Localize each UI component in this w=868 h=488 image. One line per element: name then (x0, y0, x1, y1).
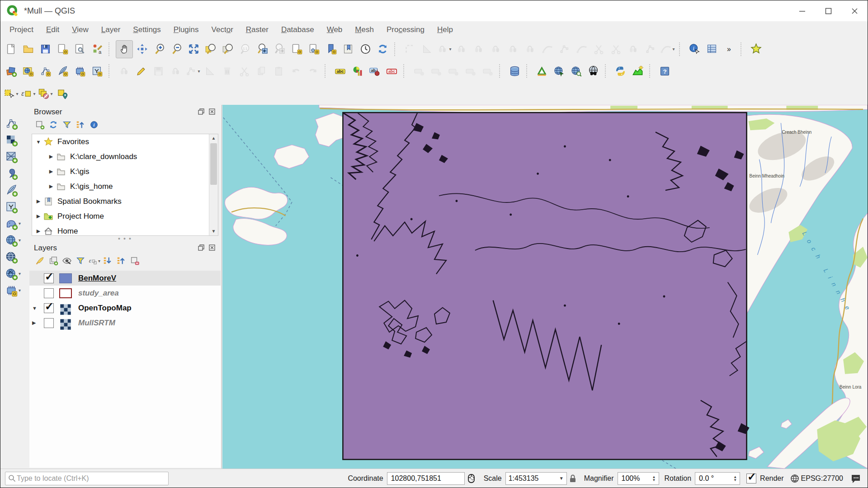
layers-float-button[interactable] (198, 244, 206, 252)
deselect-features-button[interactable]: ▾ (37, 85, 53, 102)
layer-row-study_area[interactable]: study_area (29, 286, 221, 300)
map-canvas[interactable]: Creach Bheinn Beinn Mheadhoin Loch Linnh… (222, 105, 868, 469)
panel-splitter[interactable]: ● ● ● (28, 238, 222, 241)
new-shapefile-layer-button[interactable] (37, 62, 53, 80)
add-vector-layer-button[interactable] (0, 115, 28, 131)
osm-place-search-button[interactable] (585, 62, 601, 80)
browser-item-home[interactable]: ▶Home (32, 224, 218, 236)
menu-vector[interactable]: Vector (205, 21, 240, 38)
layer-diagram-button[interactable] (349, 62, 365, 80)
maximize-button[interactable] (815, 0, 841, 21)
globe-search-plugin-button[interactable] (568, 62, 584, 80)
filter-by-expression-button[interactable]: ε▾ (87, 254, 101, 267)
style-manager-button[interactable]: a (89, 41, 105, 58)
new-geopackage-layer-button[interactable] (20, 62, 36, 80)
add-virtual-layer-button[interactable] (0, 198, 28, 215)
browser-properties-button[interactable]: i (87, 118, 101, 131)
remove-layer-button[interactable] (128, 254, 142, 267)
new-3d-map-view-button[interactable] (306, 41, 322, 58)
close-button[interactable] (841, 0, 868, 21)
new-map-view-button[interactable] (288, 41, 305, 58)
db-manager-button[interactable] (506, 62, 523, 80)
chevron-right-icon[interactable]: ▶ (47, 183, 56, 189)
menu-web[interactable]: Web (321, 21, 349, 38)
menu-project[interactable]: Project (3, 21, 40, 38)
dropdown-arrow-icon[interactable]: ▾ (50, 91, 52, 96)
layer-visibility-checkbox[interactable] (44, 288, 54, 298)
select-features-button[interactable]: ▾ (3, 85, 19, 102)
menu-mesh[interactable]: Mesh (349, 21, 380, 38)
identify-features-button[interactable]: i (686, 41, 703, 58)
layout-manager-button[interactable] (71, 41, 88, 58)
select-by-location-button[interactable] (54, 85, 71, 102)
toolbar-overflow-button[interactable]: » (721, 41, 737, 58)
scale-combo[interactable]: 1:453135 ▼ (505, 472, 567, 485)
scroll-up-arrow[interactable]: ▲ (209, 134, 218, 142)
dropdown-arrow-icon[interactable]: ▾ (19, 271, 21, 276)
chevron-right-icon[interactable]: ▶ (34, 213, 43, 219)
data-source-manager-button[interactable] (3, 62, 19, 80)
show-spatial-bookmarks-button[interactable] (340, 41, 356, 58)
browser-filter-button[interactable] (60, 118, 74, 131)
add-delimited-text-layer-button[interactable] (0, 165, 28, 182)
zoom-last-button[interactable] (254, 41, 270, 58)
chevron-right-icon[interactable]: ▶ (47, 154, 56, 160)
zoom-full-button[interactable] (185, 41, 202, 58)
menu-view[interactable]: View (66, 21, 95, 38)
magnifier-field[interactable]: ▲▼ (618, 472, 659, 485)
scroll-down-arrow[interactable]: ▼ (209, 227, 218, 235)
add-spatialite-layer-button[interactable] (0, 182, 28, 198)
dropdown-arrow-icon[interactable]: ▾ (672, 47, 675, 52)
menu-plugins[interactable]: Plugins (167, 21, 205, 38)
browser-item-project-home[interactable]: ▶Project Home (32, 209, 218, 224)
project-new-button[interactable] (3, 41, 19, 58)
lock-scale-icon[interactable] (569, 474, 577, 483)
add-group-button[interactable] (47, 254, 60, 267)
expand-all-button[interactable] (101, 254, 114, 267)
temporal-controller-button[interactable] (357, 41, 373, 58)
layer-row-mullsrtm[interactable]: ▶MullSRTM (29, 315, 221, 330)
new-spatial-bookmark-button[interactable] (323, 41, 339, 58)
menu-settings[interactable]: Settings (127, 21, 167, 38)
chevron-right-icon[interactable]: ▶ (34, 198, 43, 204)
render-checkbox[interactable]: ✓ (746, 474, 756, 483)
rotation-field[interactable]: ▲▼ (695, 472, 740, 485)
layer-labeling-button[interactable]: abc (332, 62, 348, 80)
locator-input[interactable] (16, 474, 165, 483)
zoom-out-button[interactable] (168, 41, 184, 58)
new-spatialite-layer-button[interactable] (54, 62, 71, 80)
add-postgis-layer-button[interactable]: ▾ (0, 215, 28, 232)
dropdown-arrow-icon[interactable]: ▾ (33, 91, 35, 96)
terrain-plugin-button[interactable] (629, 62, 646, 80)
browser-item-favorites[interactable]: ▼Favorites (32, 134, 218, 149)
pan-map-button[interactable] (116, 40, 133, 58)
browser-item-k-gis-home[interactable]: ▶K:\gis_home (32, 179, 218, 194)
zoom-to-selection-button[interactable] (203, 41, 219, 58)
manage-map-themes-button[interactable] (60, 254, 74, 267)
coordinate-input[interactable] (390, 474, 462, 483)
new-virtual-layer-button[interactable] (89, 62, 105, 80)
add-wcs-layer-button[interactable] (0, 249, 28, 265)
add-raster-layer-button[interactable] (0, 131, 28, 148)
select-by-expression-button[interactable]: ε▾ (20, 85, 36, 102)
scroll-thumb[interactable] (210, 143, 217, 185)
crs-globe-icon[interactable] (790, 474, 799, 483)
new-temporary-scratch-layer-button[interactable] (71, 62, 88, 80)
help-contents-button[interactable]: ? (656, 62, 673, 80)
chevron-down-icon[interactable]: ▼ (32, 305, 40, 311)
new-print-layout-button[interactable] (54, 41, 71, 58)
dropdown-arrow-icon[interactable]: ▾ (19, 238, 21, 243)
layer-visibility-checkbox[interactable]: ✓ (44, 303, 54, 313)
refresh-map-button[interactable] (374, 41, 391, 58)
browser-add-selected-layers-button[interactable] (33, 118, 47, 131)
menu-raster[interactable]: Raster (240, 21, 275, 38)
dropdown-arrow-icon[interactable]: ▾ (449, 47, 451, 52)
layer-visibility-checkbox[interactable]: ✓ (44, 273, 54, 283)
attributes-table-button[interactable] (703, 41, 720, 58)
layer-visibility-checkbox[interactable] (44, 318, 54, 328)
add-scratch-provider-button[interactable]: ▾ (0, 282, 28, 299)
coordinate-field[interactable] (387, 472, 465, 485)
dropdown-arrow-icon[interactable]: ▾ (198, 69, 200, 74)
layer-row-benmorev[interactable]: ✓BenMoreV (29, 271, 221, 286)
browser-refresh-button[interactable] (47, 118, 60, 131)
